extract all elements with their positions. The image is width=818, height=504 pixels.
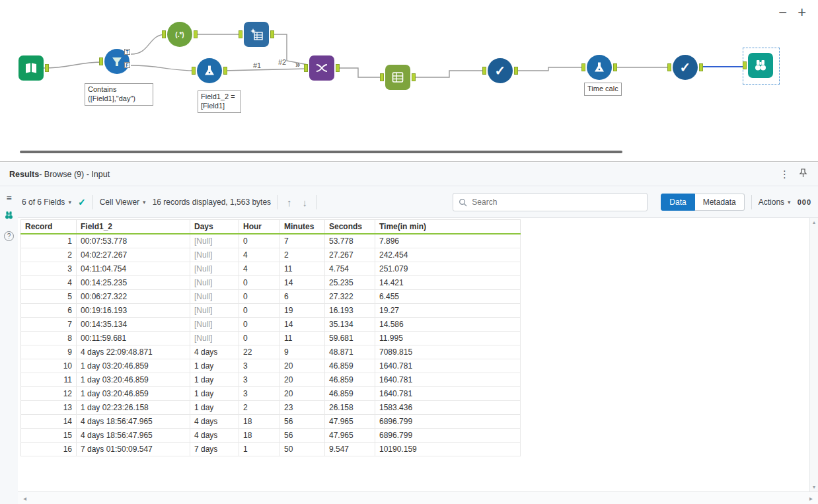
pin-icon[interactable] bbox=[796, 168, 810, 180]
cell[interactable]: 0 bbox=[239, 289, 280, 303]
table-row[interactable]: 204:02:27.267[Null]4227.267242.454 bbox=[21, 248, 521, 262]
cell[interactable]: 35.134 bbox=[325, 317, 375, 331]
cell[interactable]: 11 bbox=[280, 331, 325, 345]
cell[interactable]: 1583.436 bbox=[375, 400, 521, 414]
table-sparkle-tool[interactable] bbox=[244, 22, 269, 47]
cell[interactable]: 25.235 bbox=[325, 275, 375, 289]
cell[interactable]: 04:02:27.267 bbox=[77, 248, 190, 262]
layout-toggle-icon[interactable]: 000 bbox=[798, 198, 811, 206]
next-record-button[interactable]: ↓ bbox=[301, 197, 310, 208]
table-row[interactable]: 500:06:27.322[Null]0627.3226.455 bbox=[21, 289, 521, 303]
table-row[interactable]: 144 days 18:56:47.9654 days185647.965689… bbox=[21, 414, 521, 428]
table-row[interactable]: 600:19:16.193[Null]01916.19319.27 bbox=[21, 303, 521, 317]
cell[interactable]: 50 bbox=[280, 442, 325, 456]
cell[interactable]: 46.859 bbox=[325, 386, 375, 400]
filter-tool[interactable]: T F bbox=[104, 49, 130, 74]
data-tab[interactable]: Data bbox=[661, 194, 694, 211]
column-header[interactable]: Minutes bbox=[280, 220, 325, 234]
cell[interactable]: 9 bbox=[21, 345, 77, 359]
cell[interactable]: 22 bbox=[239, 345, 280, 359]
scroll-up-icon[interactable]: ▴ bbox=[813, 219, 815, 225]
search-input[interactable] bbox=[472, 198, 642, 207]
cell[interactable]: 2 bbox=[239, 400, 280, 414]
cell[interactable]: 1 bbox=[239, 442, 280, 456]
cell[interactable]: 1 day 02:23:26.158 bbox=[77, 400, 190, 414]
cell[interactable]: 47.965 bbox=[325, 414, 375, 428]
cell[interactable]: 3 bbox=[239, 359, 280, 373]
fields-dropdown[interactable]: 6 of 6 Fields ▾ bbox=[22, 198, 71, 207]
cell[interactable]: 14.586 bbox=[375, 317, 521, 331]
cell[interactable]: 3 bbox=[21, 262, 77, 275]
time-calc-annotation[interactable]: Time calc bbox=[584, 83, 622, 96]
cell[interactable]: 20 bbox=[280, 359, 325, 373]
cell[interactable]: 13 bbox=[21, 400, 77, 414]
cell[interactable]: 6896.799 bbox=[375, 414, 521, 428]
cell[interactable]: 27.267 bbox=[325, 248, 375, 262]
cell[interactable]: 53.778 bbox=[325, 234, 375, 248]
formula-annotation[interactable]: Field1_2 = [Field1] bbox=[198, 90, 241, 113]
union-tool[interactable] bbox=[309, 55, 334, 81]
actions-dropdown[interactable]: Actions ▾ bbox=[759, 198, 791, 207]
input-anchor[interactable] bbox=[99, 57, 103, 65]
cell[interactable]: 9.547 bbox=[325, 442, 375, 456]
column-header[interactable]: Hour bbox=[239, 220, 280, 234]
input-anchor[interactable] bbox=[581, 63, 585, 71]
browse-anchor-icon[interactable] bbox=[3, 211, 15, 223]
cell[interactable]: [Null] bbox=[190, 248, 239, 262]
cell[interactable]: 1 day 03:20:46.859 bbox=[77, 386, 190, 400]
cell[interactable]: 0 bbox=[239, 303, 280, 317]
browse-tool[interactable] bbox=[748, 53, 773, 78]
table-row[interactable]: 400:14:25.235[Null]01425.23514.421 bbox=[21, 275, 521, 289]
search-box[interactable] bbox=[453, 193, 648, 211]
table-row[interactable]: 800:11:59.681[Null]01159.68111.995 bbox=[21, 331, 521, 345]
cell[interactable]: 251.079 bbox=[375, 262, 521, 275]
zoom-out-button[interactable]: − bbox=[778, 5, 787, 20]
scroll-down-icon[interactable]: ▾ bbox=[813, 484, 815, 490]
cell[interactable]: 7.896 bbox=[375, 234, 521, 248]
cell[interactable]: 1 day 03:20:46.859 bbox=[77, 373, 190, 386]
cell[interactable]: 4 days 18:56:47.965 bbox=[77, 428, 190, 442]
cell[interactable]: 2 bbox=[280, 248, 325, 262]
cell[interactable]: 7 bbox=[21, 317, 77, 331]
cell[interactable]: 4 days 22:09:48.871 bbox=[77, 345, 190, 359]
input-anchor[interactable] bbox=[239, 30, 242, 38]
column-header[interactable]: Record bbox=[21, 220, 77, 234]
zoom-in-button[interactable]: + bbox=[798, 5, 806, 20]
cell[interactable]: 6.455 bbox=[375, 289, 521, 303]
cell[interactable]: 4 days bbox=[190, 414, 239, 428]
input-anchor[interactable] bbox=[482, 67, 486, 75]
cell[interactable]: 20 bbox=[280, 386, 325, 400]
select-tool-2[interactable]: ✓ bbox=[673, 55, 698, 80]
cell[interactable]: [Null] bbox=[190, 289, 239, 303]
cell[interactable]: 46.859 bbox=[325, 359, 375, 373]
cell[interactable]: 6 bbox=[280, 289, 325, 303]
cell[interactable]: [Null] bbox=[190, 234, 239, 248]
cell[interactable]: [Null] bbox=[190, 303, 239, 317]
scroll-left-icon[interactable]: ◂ bbox=[23, 495, 26, 502]
output-anchor[interactable] bbox=[336, 64, 340, 72]
input-anchor[interactable] bbox=[380, 73, 384, 81]
cell[interactable]: 0 bbox=[239, 317, 280, 331]
more-options-icon[interactable]: ⋮ bbox=[773, 168, 796, 180]
cell[interactable]: 27.322 bbox=[325, 289, 375, 303]
output-anchor[interactable] bbox=[194, 30, 198, 38]
data-table-tool[interactable] bbox=[385, 65, 410, 90]
cell[interactable]: [Null] bbox=[190, 262, 239, 275]
cell[interactable]: 15 bbox=[21, 428, 77, 442]
cell[interactable]: 00:07:53.778 bbox=[77, 234, 190, 248]
input-anchor[interactable] bbox=[162, 30, 166, 38]
cell[interactable]: 9 bbox=[280, 345, 325, 359]
cell[interactable]: 00:14:25.235 bbox=[77, 275, 190, 289]
cell[interactable]: 23 bbox=[280, 400, 325, 414]
cell[interactable]: 56 bbox=[280, 414, 325, 428]
cell[interactable]: 00:11:59.681 bbox=[77, 331, 190, 345]
cell[interactable]: 16.193 bbox=[325, 303, 375, 317]
apply-check-icon[interactable]: ✓ bbox=[78, 197, 86, 207]
cell[interactable]: 0 bbox=[239, 234, 280, 248]
cell[interactable]: 11 bbox=[280, 262, 325, 275]
vertical-scrollbar[interactable]: ▴ ▾ bbox=[809, 218, 818, 491]
output-anchor[interactable] bbox=[613, 63, 617, 71]
input-anchor[interactable] bbox=[304, 64, 308, 72]
table-row[interactable]: 304:11:04.754[Null]4114.754251.079 bbox=[21, 262, 521, 275]
cell[interactable]: 7 bbox=[280, 234, 325, 248]
